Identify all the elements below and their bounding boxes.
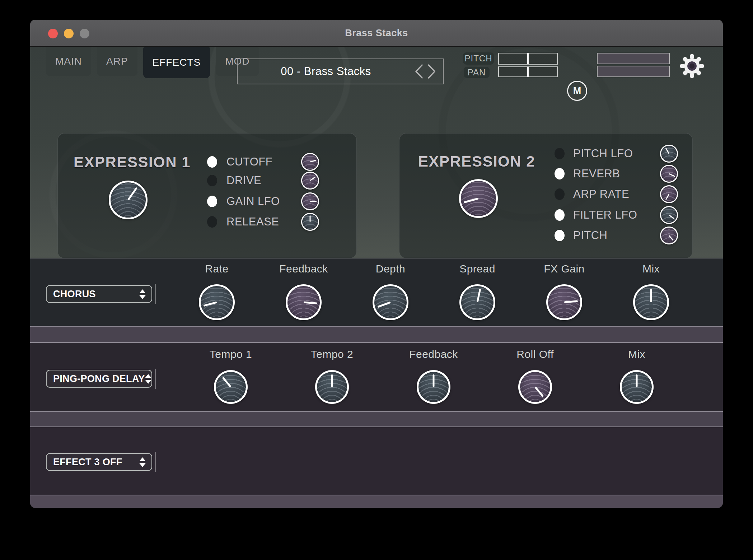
effect-1-selector-dropdown[interactable]: CHORUS xyxy=(46,285,152,303)
pitch-label: PITCH xyxy=(463,52,494,65)
tempo-2-control: Tempo 2 xyxy=(303,348,361,404)
drive-row: DRIVE xyxy=(58,171,356,190)
arp-rate-label: ARP RATE xyxy=(573,188,629,201)
knob-pointer xyxy=(222,377,231,388)
pitch-slider-thumb[interactable] xyxy=(527,53,529,64)
knob-pointer xyxy=(204,302,217,307)
knob-pointer xyxy=(534,386,544,397)
filter-lfo-radio[interactable] xyxy=(555,209,565,221)
screen-background: Brass Stacks MAINARPEFFECTSMOD 00 - Bras… xyxy=(0,0,753,560)
top-section: MAINARPEFFECTSMOD 00 - Brass Stacks PITC… xyxy=(30,47,723,258)
release-amount-knob[interactable] xyxy=(301,213,319,231)
plugin-window: Brass Stacks MAINARPEFFECTSMOD 00 - Bras… xyxy=(30,20,723,508)
rate-knob[interactable] xyxy=(199,284,235,320)
preset-name: 00 - Brass Stacks xyxy=(238,65,414,78)
effect-3-selector-label: EFFECT 3 OFF xyxy=(53,457,122,468)
fx-gain-knob[interactable] xyxy=(546,284,582,320)
knob-pointer xyxy=(669,173,675,177)
roll-off-knob[interactable] xyxy=(518,370,552,404)
drive-amount-knob[interactable] xyxy=(301,172,319,190)
depth-knob[interactable] xyxy=(373,284,408,320)
arp-rate-radio[interactable] xyxy=(555,188,565,200)
knob-pointer xyxy=(665,194,670,200)
filter-lfo-label: FILTER LFO xyxy=(573,209,637,221)
effect-1-selector-label: CHORUS xyxy=(53,289,96,300)
feedback-knob[interactable] xyxy=(286,284,322,320)
titlebar[interactable]: Brass Stacks xyxy=(30,20,723,47)
tempo-1-control: Tempo 1 xyxy=(202,348,259,404)
tempo-2-knob[interactable] xyxy=(315,370,349,404)
roll-off-control: Roll Off xyxy=(506,348,564,404)
dropdown-tick xyxy=(155,369,156,389)
spread-label: Spread xyxy=(459,263,495,275)
tempo-1-knob[interactable] xyxy=(214,370,248,404)
cutoff-label: CUTOFF xyxy=(226,155,272,168)
pitch-lfo-row: PITCH LFO xyxy=(399,144,692,163)
knob-pointer xyxy=(665,148,670,154)
cutoff-radio[interactable] xyxy=(207,156,217,168)
dropdown-tick xyxy=(155,284,156,304)
spread-knob[interactable] xyxy=(459,284,495,320)
previous-preset-icon[interactable] xyxy=(414,64,424,79)
tempo-2-label: Tempo 2 xyxy=(311,348,354,360)
pan-slider[interactable] xyxy=(498,66,558,77)
mix-knob[interactable] xyxy=(633,284,669,320)
rate-control: Rate xyxy=(188,263,245,320)
mono-button[interactable]: M xyxy=(567,81,587,101)
cutoff-amount-knob[interactable] xyxy=(301,153,319,171)
release-radio[interactable] xyxy=(207,216,217,228)
effect-2-selector-dropdown[interactable]: PING-PONG DELAY xyxy=(46,370,152,388)
reverb-row: REVERB xyxy=(399,164,692,183)
pitch-amount-knob[interactable] xyxy=(660,227,678,244)
tab-main[interactable]: MAIN xyxy=(46,47,91,76)
expression-2-panel: EXPRESSION 2 PITCH LFOREVERBARP RATEFILT… xyxy=(399,133,693,258)
pitch-radio[interactable] xyxy=(555,230,565,241)
preset-nav xyxy=(414,64,436,79)
knob-pointer xyxy=(304,302,317,304)
pitch-lfo-radio[interactable] xyxy=(555,148,565,159)
gain-lfo-label: GAIN LFO xyxy=(226,195,280,208)
feedback-knob[interactable] xyxy=(417,370,450,404)
effect-3-selector-dropdown[interactable]: EFFECT 3 OFF xyxy=(46,453,152,471)
mix-knob[interactable] xyxy=(620,370,654,404)
filter-lfo-amount-knob[interactable] xyxy=(660,206,678,224)
mix-control: Mix xyxy=(622,263,680,320)
dropdown-arrows-icon xyxy=(139,289,146,299)
pan-slider-thumb[interactable] xyxy=(527,67,529,77)
settings-gear-icon[interactable] xyxy=(679,53,705,79)
pitch-label: PITCH xyxy=(573,229,608,242)
feedback-label: Feedback xyxy=(279,263,328,275)
fx-gain-label: FX Gain xyxy=(544,263,585,275)
reverb-radio[interactable] xyxy=(555,168,565,179)
pitch-slider[interactable] xyxy=(498,53,558,65)
gain-lfo-radio[interactable] xyxy=(207,196,217,207)
tab-arp[interactable]: ARP xyxy=(97,47,137,76)
feedback-control: Feedback xyxy=(405,348,462,404)
preset-selector[interactable]: 00 - Brass Stacks xyxy=(237,59,444,84)
knob-pointer xyxy=(331,374,333,387)
expression-1-panel: EXPRESSION 1 CUTOFFDRIVEGAIN LFORELEASE xyxy=(57,133,357,258)
next-preset-icon[interactable] xyxy=(427,64,436,79)
feedback-control: Feedback xyxy=(275,263,332,320)
pitch-lfo-amount-knob[interactable] xyxy=(660,145,678,163)
tab-bar: MAINARPEFFECTSMOD xyxy=(46,47,259,79)
knob-pointer xyxy=(650,289,652,302)
feedback-label: Feedback xyxy=(409,348,458,360)
pan-label: PAN xyxy=(464,67,490,78)
fx-gain-control: FX Gain xyxy=(535,263,593,320)
drive-label: DRIVE xyxy=(226,174,261,187)
knob-pointer xyxy=(669,215,674,219)
reverb-amount-knob[interactable] xyxy=(660,165,678,183)
dropdown-tick xyxy=(155,452,156,472)
row-separator xyxy=(30,411,723,427)
reverb-label: REVERB xyxy=(573,167,620,180)
gain-lfo-amount-knob[interactable] xyxy=(301,192,319,210)
tab-effects[interactable]: EFFECTS xyxy=(143,47,210,78)
effect-slot-1-row: CHORUS RateFeedbackDepthSpreadFX GainMix xyxy=(30,258,723,326)
cutoff-row: CUTOFF xyxy=(58,153,356,171)
pitch-row: PITCH xyxy=(399,226,692,245)
arp-rate-amount-knob[interactable] xyxy=(660,185,678,203)
dropdown-arrows-icon xyxy=(145,374,151,384)
drive-radio[interactable] xyxy=(207,175,217,186)
depth-label: Depth xyxy=(376,263,406,275)
